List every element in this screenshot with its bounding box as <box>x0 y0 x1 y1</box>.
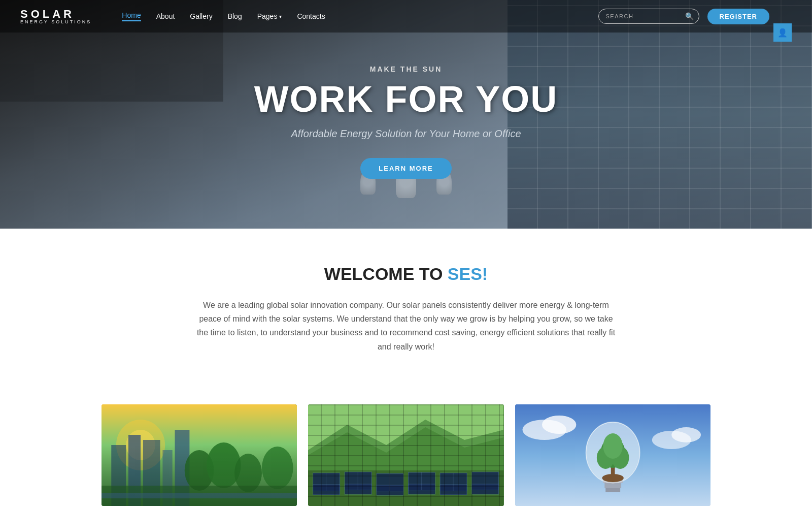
hero-subtitle: MAKE THE SUN <box>370 65 443 73</box>
welcome-heading-prefix: WELCOME TO <box>324 264 448 283</box>
svg-rect-27 <box>377 485 403 495</box>
hero-tagline: Affordable Energy Solution for Your Home… <box>291 128 521 140</box>
hero-section: MAKE THE SUN WORK FOR YOU Affordable Ene… <box>0 0 812 229</box>
svg-rect-24 <box>472 472 499 490</box>
solar-field-svg <box>308 404 503 506</box>
svg-point-52 <box>586 422 639 483</box>
nav-links: Home About Gallery Blog Pages ▾ Contacts <box>122 11 598 21</box>
logo[interactable]: SOLAR ENERGY SOLUTIONS <box>20 9 91 24</box>
svg-rect-19 <box>313 473 340 491</box>
svg-point-11 <box>262 447 293 489</box>
svg-point-41 <box>671 427 701 442</box>
hero-content: MAKE THE SUN WORK FOR YOU Affordable Ene… <box>0 0 812 229</box>
bulb-tree-svg <box>515 404 710 506</box>
welcome-body-text: We are a leading global solar innovation… <box>193 298 619 354</box>
nav-link-gallery[interactable]: Gallery <box>190 12 212 20</box>
svg-rect-25 <box>313 485 340 495</box>
svg-rect-4 <box>128 435 141 506</box>
welcome-heading-accent: SES! <box>448 264 488 283</box>
svg-point-39 <box>542 416 576 434</box>
svg-rect-44 <box>604 483 621 488</box>
svg-rect-6 <box>162 450 172 506</box>
svg-rect-29 <box>440 485 467 495</box>
svg-marker-17 <box>308 427 503 506</box>
hero-title: WORK FOR YOU <box>254 78 558 120</box>
user-icon: 👤 <box>777 28 788 38</box>
svg-point-8 <box>185 450 214 491</box>
city-svg <box>101 404 297 506</box>
welcome-heading: WELCOME TO SES! <box>101 264 710 284</box>
solar-field-card[interactable] <box>308 404 503 506</box>
solar-field-image <box>308 404 503 506</box>
nav-link-pages[interactable]: Pages ▾ <box>257 12 282 20</box>
search-input[interactable] <box>599 10 680 23</box>
welcome-section: WELCOME TO SES! We are a leading global … <box>0 229 812 404</box>
nav-link-about[interactable]: About <box>156 12 175 20</box>
svg-rect-18 <box>308 470 503 506</box>
svg-point-1 <box>116 420 165 470</box>
svg-point-9 <box>207 442 241 488</box>
search-icon: 🔍 <box>685 12 694 20</box>
svg-rect-21 <box>377 473 403 491</box>
svg-rect-5 <box>143 440 160 506</box>
bulb-tree-image <box>515 404 710 506</box>
svg-rect-26 <box>345 484 372 494</box>
logo-name: SOLAR <box>20 9 91 20</box>
search-button[interactable]: 🔍 <box>680 9 699 23</box>
svg-rect-30 <box>472 484 499 494</box>
user-icon-button[interactable]: 👤 <box>773 23 792 42</box>
svg-rect-22 <box>409 472 435 490</box>
svg-rect-12 <box>101 486 297 506</box>
bulb-tree-card[interactable] <box>515 404 710 506</box>
learn-more-button[interactable]: LEARN MORE <box>360 158 451 179</box>
nav-link-contacts[interactable]: Contacts <box>297 12 325 20</box>
nav-link-home[interactable]: Home <box>122 11 141 21</box>
svg-rect-45 <box>605 488 620 492</box>
svg-point-10 <box>234 454 262 492</box>
svg-rect-13 <box>101 493 297 498</box>
svg-rect-23 <box>440 473 467 491</box>
svg-rect-14 <box>308 404 503 506</box>
register-button[interactable]: REGISTER <box>707 9 769 24</box>
city-card[interactable] <box>101 404 297 506</box>
nav-link-blog[interactable]: Blog <box>228 12 242 20</box>
search-bar: 🔍 <box>598 9 699 24</box>
logo-tagline: ENERGY SOLUTIONS <box>20 20 91 24</box>
pages-label: Pages <box>257 12 278 20</box>
nav-right: 🔍 REGISTER <box>598 9 769 24</box>
svg-rect-28 <box>409 484 435 494</box>
svg-marker-16 <box>308 420 503 506</box>
svg-rect-7 <box>175 430 189 506</box>
image-cards-row <box>0 404 812 508</box>
svg-rect-20 <box>345 472 372 490</box>
svg-rect-15 <box>308 404 503 450</box>
svg-point-2 <box>126 430 155 460</box>
svg-rect-0 <box>101 404 297 506</box>
svg-rect-3 <box>111 445 126 506</box>
chevron-down-icon: ▾ <box>279 14 282 19</box>
city-image <box>101 404 297 506</box>
